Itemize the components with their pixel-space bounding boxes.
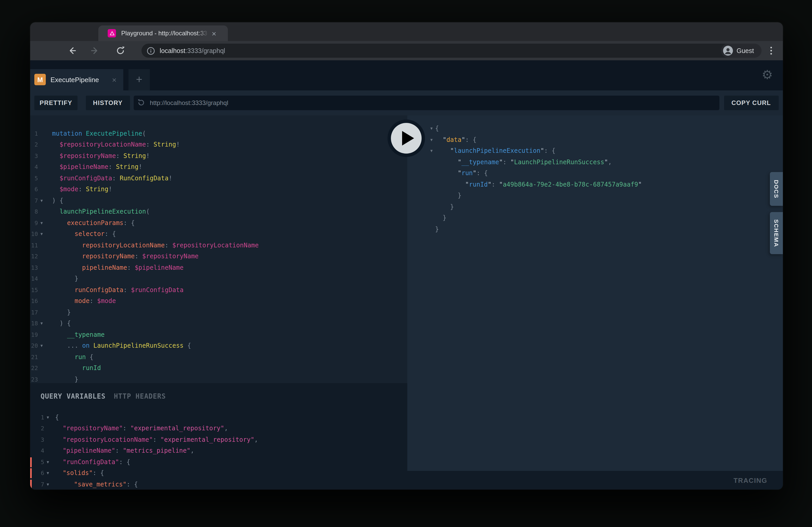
fold-arrow-icon[interactable]: ▾ <box>428 146 435 157</box>
code-text: repositoryName: $repositoryName <box>45 251 407 262</box>
fold-arrow-icon[interactable]: ▾ <box>44 412 52 423</box>
tab-query-variables[interactable]: QUERY VARIABLES <box>41 391 106 402</box>
fold-arrow-icon[interactable]: ▾ <box>38 341 45 352</box>
code-text: runConfigData: $runConfigData <box>45 285 407 296</box>
code-text: $mode: String! <box>45 184 407 195</box>
code-line: "run": { <box>407 168 783 179</box>
tab-http-headers[interactable]: HTTP HEADERS <box>114 391 166 402</box>
code-line: 17 } <box>30 307 407 318</box>
line-number: 3 <box>30 435 44 446</box>
schema-side-tab[interactable]: SCHEMA <box>770 212 783 254</box>
profile-label: Guest <box>737 47 754 54</box>
code-line: ▾{ <box>407 123 783 135</box>
playground-toolbar: PRETTIFY HISTORY http://localhost:3333/g… <box>30 90 783 115</box>
code-text: "__typename": "LaunchPipelineRunSuccess"… <box>435 157 783 168</box>
code-line: 16 mode: $mode <box>30 296 407 307</box>
history-button[interactable]: HISTORY <box>86 95 130 110</box>
code-line: 9▾ executionParams: { <box>30 218 407 229</box>
line-number: 18 <box>30 318 38 330</box>
browser-menu-icon[interactable] <box>769 45 773 56</box>
url-omnibox[interactable]: localhost:3333/graphql <box>142 44 747 58</box>
fold-arrow-empty <box>38 251 45 262</box>
graphql-playground: M ExecutePipeline × + ⚙ PRETTIFY HISTORY… <box>30 60 783 490</box>
fold-arrow-empty <box>38 307 45 318</box>
code-text: } <box>45 274 407 285</box>
code-line: ▾ "launchPipelineExecution": { <box>407 146 783 157</box>
fold-arrow-icon[interactable]: ▾ <box>38 218 45 229</box>
prettify-button[interactable]: PRETTIFY <box>34 95 77 110</box>
code-text: "solids": { <box>52 468 407 479</box>
fold-arrow-icon[interactable]: ▾ <box>38 195 45 207</box>
line-number: 14 <box>30 274 38 285</box>
fold-arrow-icon[interactable]: ▾ <box>38 318 45 330</box>
docs-side-tab-label: DOCS <box>773 180 780 198</box>
query-variables-pane[interactable]: QUERY VARIABLES HTTP HEADERS 1▾{2 "repos… <box>30 383 407 490</box>
code-text: "run": { <box>435 168 783 179</box>
line-number: 19 <box>30 330 38 341</box>
code-text: mode: $mode <box>45 296 407 307</box>
profile-button[interactable]: Guest <box>721 44 762 58</box>
fold-arrow-icon[interactable]: ▾ <box>38 229 45 240</box>
copy-curl-button[interactable]: COPY CURL <box>724 95 779 110</box>
new-session-tab-button[interactable]: + <box>129 69 150 90</box>
code-text: launchPipelineExecution( <box>45 207 407 218</box>
session-tab-title: ExecutePipeline <box>50 76 99 84</box>
forward-icon[interactable] <box>89 45 100 56</box>
reload-icon[interactable] <box>115 45 126 56</box>
fold-arrow-icon[interactable]: ▾ <box>428 135 435 146</box>
code-line: 6 $mode: String! <box>30 184 407 195</box>
browser-tab-title: Playground - http://localhost:33 <box>121 30 208 37</box>
fold-arrow-empty <box>38 374 45 383</box>
fold-arrow-icon[interactable]: ▾ <box>44 457 52 468</box>
code-text: ... on LaunchPipelineRunSuccess { <box>45 341 407 352</box>
settings-gear-icon[interactable]: ⚙ <box>760 67 774 82</box>
line-number: 11 <box>30 240 38 251</box>
code-text: } <box>45 374 407 383</box>
code-text: $runConfigData: RunConfigData! <box>45 173 407 184</box>
schema-side-tab-label: SCHEMA <box>773 219 780 247</box>
session-tab-executepipeline[interactable]: M ExecutePipeline × <box>30 69 123 90</box>
query-editor[interactable]: 1mutation ExecutePipeline(2 $repositoryL… <box>30 115 407 383</box>
fold-arrow-empty <box>44 423 52 435</box>
fold-arrow-empty <box>38 207 45 218</box>
fold-arrow-empty <box>428 224 435 235</box>
code-text: runId <box>45 363 407 374</box>
line-number: 8 <box>30 207 38 218</box>
reload-endpoint-icon[interactable] <box>137 98 146 107</box>
line-number: 21 <box>30 352 38 363</box>
session-tab-close-icon[interactable]: × <box>112 76 117 84</box>
browser-tab[interactable]: Playground - http://localhost:33 × <box>98 26 228 41</box>
site-info-icon[interactable] <box>147 46 155 55</box>
fold-arrow-empty <box>44 435 52 446</box>
fold-arrow-empty <box>428 179 435 191</box>
code-text: "launchPipelineExecution": { <box>435 146 783 157</box>
execute-query-button[interactable] <box>387 119 425 157</box>
code-text: $repositoryName: String! <box>45 151 407 162</box>
docs-side-tab[interactable]: DOCS <box>770 172 783 206</box>
code-text: mutation ExecutePipeline( <box>45 129 407 139</box>
back-icon[interactable] <box>67 45 77 56</box>
line-number: 5 <box>30 457 44 468</box>
lint-error-marker <box>30 468 32 478</box>
line-number: 10 <box>30 229 38 240</box>
tracing-bar[interactable]: TRACING <box>407 471 783 490</box>
code-text: } <box>45 307 407 318</box>
code-text: "repositoryLocationName": "experimental_… <box>52 435 407 446</box>
fold-arrow-empty <box>38 363 45 374</box>
fold-arrow-empty <box>38 240 45 251</box>
fold-arrow-icon[interactable]: ▾ <box>44 468 52 479</box>
code-text: } <box>435 202 783 213</box>
browser-addressbar: localhost:3333/graphql Guest <box>30 41 783 60</box>
fold-arrow-icon[interactable]: ▾ <box>44 479 52 490</box>
code-line: } <box>407 191 783 202</box>
fold-arrow-icon[interactable]: ▾ <box>428 123 435 135</box>
browser-tab-close-icon[interactable]: × <box>212 29 216 37</box>
endpoint-input[interactable]: http://localhost:3333/graphql <box>134 95 720 110</box>
code-text: "save_metrics": { <box>52 479 407 490</box>
fold-arrow-empty <box>44 446 52 457</box>
code-line: 6▾ "solids": { <box>30 468 407 479</box>
code-line: 7▾) { <box>30 195 407 207</box>
line-number: 22 <box>30 363 38 374</box>
code-text: pipelineName: $pipelineName <box>45 262 407 274</box>
code-text: "runConfigData": { <box>52 457 407 468</box>
